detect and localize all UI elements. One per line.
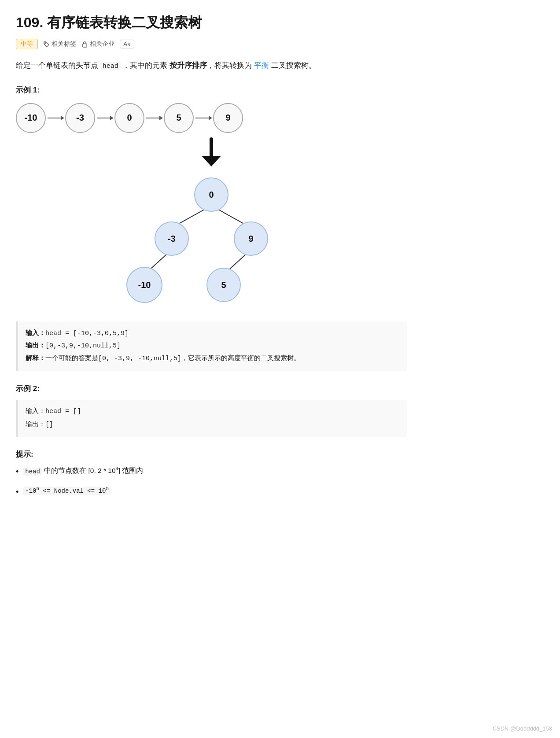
down-arrow: [16, 137, 407, 168]
svg-marker-7: [159, 116, 163, 120]
hint1-head-code: head: [23, 468, 42, 476]
example1-explain-value: 一个可能的答案是[0, -3,9, -10,null,5]，它表示所示的高度平衡…: [45, 355, 300, 362]
tags-row: 中等 相关标签 相关企业 Aa: [16, 39, 407, 49]
tree-node-left: -3: [168, 234, 176, 244]
example1-code-block: 输入：head = [-10,-3,0,5,9] 输出：[0,-3,9,-10,…: [16, 321, 407, 372]
tag-icon: [43, 41, 50, 48]
example2-output-value: []: [45, 421, 53, 428]
difficulty-badge[interactable]: 中等: [16, 39, 38, 49]
hint2-item: • -105 <= Node.val <= 105: [16, 485, 407, 499]
ll-node-1: -3: [65, 103, 95, 133]
example2-input-label: 输入：: [26, 408, 45, 415]
example2-title: 示例 2:: [16, 384, 407, 394]
svg-rect-1: [83, 44, 87, 47]
example1-output-label: 输出：: [26, 342, 45, 350]
linked-list-diagram: -10 -3 0 5 9: [16, 103, 407, 133]
example2-code-block: 输入：head = [] 输出：[]: [16, 400, 407, 437]
font-size-button[interactable]: Aa: [120, 40, 134, 48]
ll-node-3: 5: [164, 103, 194, 133]
hints-section: 提示: • head 中的节点数在 [0, 2 * 104] 范围内 • -10…: [16, 449, 407, 498]
example1-output-line: 输出：[0,-3,9,-10,null,5]: [26, 340, 399, 353]
tree-node-root: 0: [209, 190, 214, 199]
example1-input-label: 输入：: [26, 330, 45, 337]
hint1-bullet: •: [16, 465, 18, 479]
svg-marker-11: [202, 156, 221, 166]
hint1-item: • head 中的节点数在 [0, 2 * 104] 范围内: [16, 465, 407, 479]
example2-output-label: 输出：: [26, 421, 45, 428]
ll-arrow-0: [47, 113, 64, 123]
tree-node-right: 9: [248, 234, 253, 244]
hint2-bullet: •: [16, 485, 18, 499]
ll-arrow-1: [96, 113, 114, 123]
example2-output-line: 输出：[]: [26, 418, 399, 432]
ll-arrow-2: [145, 113, 163, 123]
balance-link[interactable]: 平衡: [254, 61, 269, 70]
example2-input-line: 输入：head = []: [26, 405, 399, 418]
tree-node-left-left: -10: [138, 280, 151, 290]
related-tags-button[interactable]: 相关标签: [43, 40, 76, 48]
ll-node-0: -10: [16, 103, 46, 133]
hint2-code: -105 <= Node.val <= 105: [23, 487, 111, 495]
example1-block: 示例 1: -10 -3 0 5: [16, 85, 407, 372]
hint2-text: -105 <= Node.val <= 105: [23, 485, 111, 497]
example1-title: 示例 1:: [16, 85, 407, 95]
svg-marker-9: [209, 116, 212, 120]
head-code: head: [100, 62, 121, 70]
tree-node-right-left: 5: [221, 280, 226, 290]
example1-input-value: head = [-10,-3,0,5,9]: [45, 330, 129, 337]
svg-point-0: [45, 43, 46, 44]
related-companies-button[interactable]: 相关企业: [81, 40, 114, 48]
example1-explain-label: 解释：: [26, 355, 45, 362]
example1-output-value: [0,-3,9,-10,null,5]: [45, 342, 121, 350]
hint1-text: head 中的节点数在 [0, 2 * 104] 范围内: [23, 465, 143, 477]
hints-title: 提示:: [16, 449, 407, 459]
example2-input-value: head = []: [45, 408, 81, 415]
lock-icon: [81, 41, 88, 48]
page-title: 109. 有序链表转换二叉搜索树: [16, 14, 407, 31]
svg-marker-3: [61, 116, 64, 120]
tree-diagram: 0 -3 9 -10 5: [16, 173, 407, 314]
ll-arrow-3: [195, 113, 212, 123]
example1-input-line: 输入：head = [-10,-3,0,5,9]: [26, 328, 399, 340]
problem-description: 给定一个单链表的头节点 head ，其中的元素 按升序排序，将其转换为 平衡 二…: [16, 59, 407, 73]
example1-explain-line: 解释：一个可能的答案是[0, -3,9, -10,null,5]，它表示所示的高…: [26, 353, 399, 365]
example2-block: 示例 2: 输入：head = [] 输出：[]: [16, 384, 407, 437]
svg-marker-5: [110, 116, 114, 120]
ll-node-4: 9: [213, 103, 243, 133]
ll-node-2: 0: [114, 103, 144, 133]
